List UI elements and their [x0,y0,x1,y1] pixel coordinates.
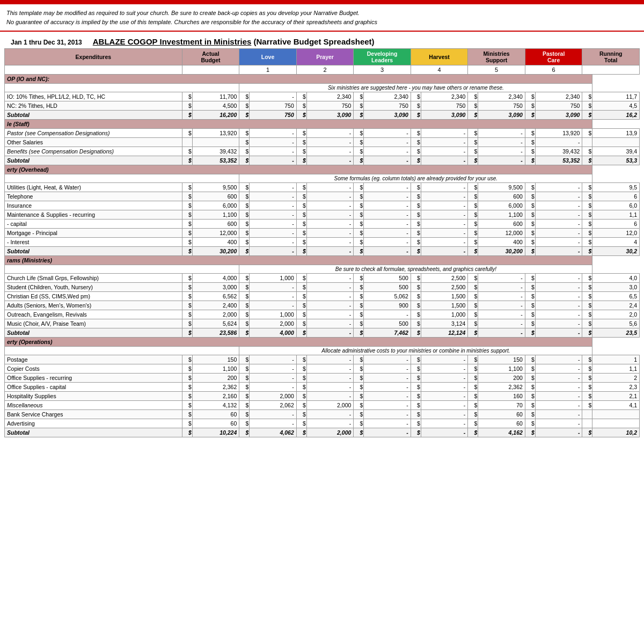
table-row: NC: 2% Tithes, HLD$4,500$750$750$750$750… [5,101,640,111]
table-body: OP (IO and NC):Six ministries are sugges… [5,75,640,437]
top-border [0,0,644,4]
table-row: Pastor (see Compensation Designations)$1… [5,129,640,138]
table-row: Maintenance & Supplies - recurring$1,100… [5,210,640,219]
header-love: Love [239,49,297,65]
table-row: Other Salaries$-$-$-$-$-$- [5,138,640,147]
table-row: Copier Costs$1,100$-$-$-$-$1,100$-$1,1 [5,364,640,374]
disclaimer: This template may be modified as require… [0,4,644,32]
table-row: Outreach, Evangelism, Revivals$2,000$1,0… [5,310,640,319]
header-expenditures: Expenditures [5,49,182,65]
date-range: Jan 1 thru Dec 31, 2013 [11,39,82,46]
header-ministries: MinistriesSupport [468,49,525,65]
table-row: IO: 10% Tithes, HPL1/L2, HLD, TC, HC$11,… [5,92,640,101]
table-row: - Interest$400$-$-$-$-$400$-$4 [5,238,640,247]
table-row: Benefits (see Compensation Designations)… [5,147,640,156]
num-pastoral: 6 [525,65,582,75]
section-notice: Six ministries are suggested here - you … [5,84,640,92]
table-row: Advertising$60$-$-$-$-$60$- [5,419,640,428]
table-row: Church Life (Small Grps, Fellowship)$4,0… [5,274,640,283]
num-empty2 [182,65,239,75]
section-header: erty (Overhead) [5,165,640,174]
section-header: le (Staff) [5,120,640,129]
subtotal-row: Subtotal$16,200$750$3,090$3,090$3,090$3,… [5,111,640,120]
table-row: Music (Choir, A/V, Praise Team)$5,624$2,… [5,319,640,328]
num-love: 1 [239,65,297,75]
subtotal-row: Subtotal$30,200$-$-$-$-$30,200$-$30,2 [5,247,640,256]
section-notice: Allocate administrative costs to your mi… [5,347,640,355]
subtotal-row: Subtotal$53,352$-$-$-$-$-$53,352$53,3 [5,156,640,165]
title-underline: ABLAZE COGOP Investment in Ministries [93,37,252,46]
header-harvest: Harvest [411,49,468,65]
section-header: OP (IO and NC): [5,75,640,84]
header-running: RunningTotal [582,49,640,65]
table-row: Hospitality Supplies$2,160$2,000$-$-$-$1… [5,392,640,401]
header-pastoral: PastoralCare [525,49,582,65]
header-row: Expenditures ActualBudget Love Prayer De… [5,49,640,65]
table-row: Student (Children, Youth, Nursery)$3,000… [5,283,640,292]
num-harvest: 4 [411,65,468,75]
section-header: rams (Ministries) [5,256,640,265]
num-prayer: 2 [296,65,354,75]
table-row: Office Supplies - capital$2,362$-$-$-$-$… [5,383,640,392]
num-empty [5,65,182,75]
num-running-empty [582,65,640,75]
disclaimer-line1: This template may be modified as require… [6,9,638,18]
title-rest: (Narrative Budget Spreadsheet) [251,37,374,46]
header-prayer: Prayer [296,49,354,65]
table-row: Miscellaneous$4,132$2,062$2,000$-$-$70$-… [5,401,640,410]
spreadsheet-container: Expenditures ActualBudget Love Prayer De… [0,48,644,437]
main-title: ABLAZE COGOP Investment in Ministries (N… [93,37,375,46]
subtotal-row: Subtotal$23,586$4,000$-$7,462$12,124$-$-… [5,328,640,338]
num-developing: 3 [354,65,411,75]
section-notice: Some formulas (eg. column totals) are al… [5,174,640,183]
title-area: Jan 1 thru Dec 31, 2013 ABLAZE COGOP Inv… [0,32,644,48]
table-row: Christian Ed (SS, CIMS,Wed pm)$6,562$-$-… [5,292,640,301]
table-row: Insurance$6,000$-$-$-$-$6,000$-$6,0 [5,201,640,210]
disclaimer-line2: No guarantee of accuracy is implied by t… [6,18,638,27]
subtotal-row: Subtotal$10,224$4,062$2,000$-$-$4,162$-$… [5,428,640,437]
section-notice: Be sure to check all formulae, spreadshe… [5,265,640,274]
table-row: Utilities (Light, Heat, & Water)$9,500$-… [5,183,640,192]
table-row: Telephone$600$-$-$-$-$600$-$6 [5,192,640,201]
table-row: Postage$150$-$-$-$-$150$-$1 [5,355,640,364]
table-row: Adults (Seniors, Men's, Women's)$2,400$-… [5,301,640,310]
num-ministries: 5 [468,65,525,75]
table-row: Office Supplies - recurring$200$-$-$-$-$… [5,374,640,383]
budget-table: Expenditures ActualBudget Love Prayer De… [4,48,640,437]
table-row: Mortgage - Principal$12,000$-$-$-$-$12,0… [5,229,640,238]
section-header: erty (Operations) [5,338,640,347]
num-row: 1 2 3 4 5 6 [5,65,640,75]
table-row: Bank Service Charges$60$-$-$-$-$60$- [5,410,640,419]
header-actual-budget: ActualBudget [182,49,239,65]
header-developing: DevelopingLeaders [354,49,411,65]
table-row: - capital$600$-$-$-$-$600$-$6 [5,219,640,229]
